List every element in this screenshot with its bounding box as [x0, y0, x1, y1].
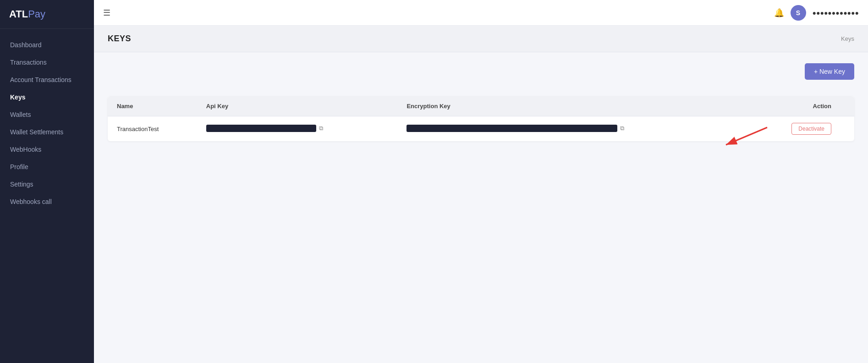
copy-encryption-key-icon[interactable]: ⧉: [620, 125, 624, 132]
sidebar-item-transactions[interactable]: Transactions: [0, 54, 94, 71]
bell-icon[interactable]: 🔔: [774, 8, 784, 18]
encryption-key-bar: [407, 125, 617, 132]
sidebar-item-settings[interactable]: Settings: [0, 176, 94, 193]
hamburger-icon[interactable]: ☰: [103, 8, 110, 18]
sidebar-item-wallet-settlements[interactable]: Wallet Settlements: [0, 123, 94, 141]
sidebar: ATL Pay Dashboard Transactions Account T…: [0, 0, 94, 363]
logo-pay: Pay: [28, 8, 45, 20]
keys-table: Name Api Key Encryption Key Action Trans…: [108, 96, 854, 141]
table-body: TransactionTest ⧉ ⧉: [108, 116, 854, 142]
sidebar-item-keys[interactable]: Keys: [0, 88, 94, 106]
sidebar-item-dashboard[interactable]: Dashboard: [0, 36, 94, 54]
row-name: TransactionTest: [108, 116, 197, 142]
row-action: Deactivate: [747, 116, 854, 142]
content-area: + New Key Name: [94, 52, 868, 152]
encryption-key-masked: ⧉: [407, 125, 624, 132]
topbar: ☰ 🔔 S ●●●●●●●●●●●●: [94, 0, 868, 26]
deactivate-button[interactable]: Deactivate: [791, 123, 831, 135]
main-content: ☰ 🔔 S ●●●●●●●●●●●● KEYS Keys + New Key: [94, 0, 868, 363]
topbar-right: 🔔 S ●●●●●●●●●●●●: [774, 5, 859, 21]
user-name: ●●●●●●●●●●●●: [813, 9, 859, 16]
sidebar-item-profile[interactable]: Profile: [0, 158, 94, 176]
col-api-key: Api Key: [197, 96, 398, 116]
table-row: TransactionTest ⧉ ⧉: [108, 116, 854, 142]
table-header: Name Api Key Encryption Key Action: [108, 96, 854, 116]
col-encryption-key: Encryption Key: [397, 96, 747, 116]
new-key-button[interactable]: + New Key: [805, 63, 854, 80]
col-name: Name: [108, 96, 197, 116]
sidebar-item-wallets[interactable]: Wallets: [0, 106, 94, 123]
sidebar-item-account-transactions[interactable]: Account Transactions: [0, 71, 94, 88]
page-content: KEYS Keys + New Key: [94, 26, 868, 363]
table-container: Name Api Key Encryption Key Action Trans…: [108, 96, 854, 141]
sidebar-item-webhooks[interactable]: WebHooks: [0, 141, 94, 158]
breadcrumb: Keys: [841, 35, 854, 42]
row-encryption-key: ⧉: [397, 116, 747, 142]
col-action: Action: [747, 96, 854, 116]
sidebar-nav: Dashboard Transactions Account Transacti…: [0, 29, 94, 363]
api-key-bar: [206, 125, 316, 132]
row-api-key: ⧉: [197, 116, 398, 142]
logo: ATL Pay: [0, 0, 94, 29]
api-key-masked: ⧉: [206, 125, 323, 132]
copy-api-key-icon[interactable]: ⧉: [319, 125, 323, 132]
page-header: KEYS Keys: [94, 26, 868, 52]
page-title: KEYS: [108, 34, 131, 44]
logo-atl: ATL: [9, 8, 28, 20]
topbar-left: ☰: [103, 8, 110, 18]
user-avatar[interactable]: S: [791, 5, 806, 21]
top-action-row: + New Key: [108, 63, 854, 89]
sidebar-item-webhooks-call[interactable]: Webhooks call: [0, 193, 94, 210]
